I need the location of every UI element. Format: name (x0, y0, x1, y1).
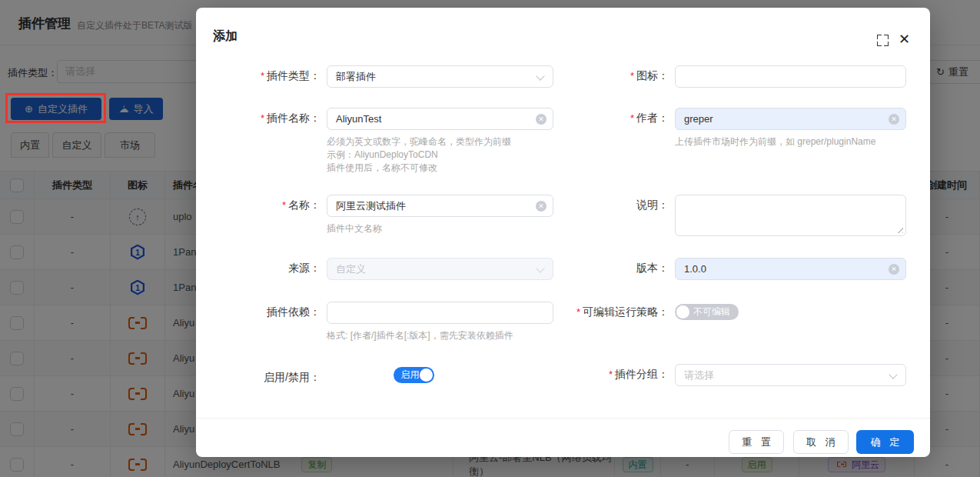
add-plugin-modal: 添加 ✕ *插件类型： 部署插件 *图标： *插件名称： AliyunTest … (196, 8, 930, 457)
clear-icon[interactable]: ✕ (889, 114, 899, 125)
help-text: 插件中文名称 (327, 222, 382, 235)
fullscreen-icon[interactable] (877, 35, 889, 46)
help-text: 必须为英文或数字，驼峰命名，类型作为前缀 (327, 135, 511, 148)
clear-icon[interactable]: ✕ (889, 264, 899, 275)
enabled-label: 启用/禁用： (196, 371, 321, 385)
plugin-type-label: *插件类型： (196, 69, 321, 83)
author-input[interactable]: greper ✕ (675, 108, 906, 130)
version-input[interactable]: 1.0.0 ✕ (675, 258, 906, 280)
help-text: 插件使用后，名称不可修改 (327, 162, 437, 175)
resize-handle[interactable] (896, 226, 903, 233)
plugin-group-label: *插件分组： (503, 368, 669, 382)
plugin-name-label: *插件名称： (196, 112, 321, 125)
description-label: 说明： (503, 198, 669, 212)
reset-button[interactable]: 重 置 (729, 430, 784, 454)
description-textarea[interactable] (675, 195, 906, 236)
help-text: 格式: [作者/]插件名[:版本]，需先安装依赖插件 (327, 329, 513, 342)
help-text: 示例：AliyunDeployToCDN (327, 148, 438, 162)
icon-input[interactable] (675, 65, 906, 88)
icon-label: *图标： (503, 69, 669, 83)
source-label: 来源： (196, 262, 321, 275)
dependency-label: 插件依赖： (196, 305, 321, 319)
help-text: 上传插件市场时作为前缀，如 greper/pluginName (675, 135, 875, 148)
version-label: 版本： (503, 262, 669, 275)
modal-footer-divider (196, 418, 930, 419)
cancel-button[interactable]: 取 消 (793, 430, 849, 454)
editable-policy-toggle[interactable]: 不可编辑 (675, 304, 739, 320)
annotation-highlight-box (5, 93, 106, 123)
author-label: *作者： (503, 112, 669, 125)
modal-title: 添加 (213, 28, 238, 45)
chevron-down-icon (889, 370, 897, 379)
editable-policy-label: *可编辑运行策略： (503, 305, 669, 319)
name-label: *名称： (196, 198, 321, 212)
close-icon[interactable]: ✕ (899, 31, 910, 48)
confirm-button[interactable]: 确 定 (856, 430, 914, 454)
enabled-toggle[interactable]: 启用 (394, 367, 434, 383)
plugin-group-select[interactable]: 请选择 (675, 364, 906, 386)
